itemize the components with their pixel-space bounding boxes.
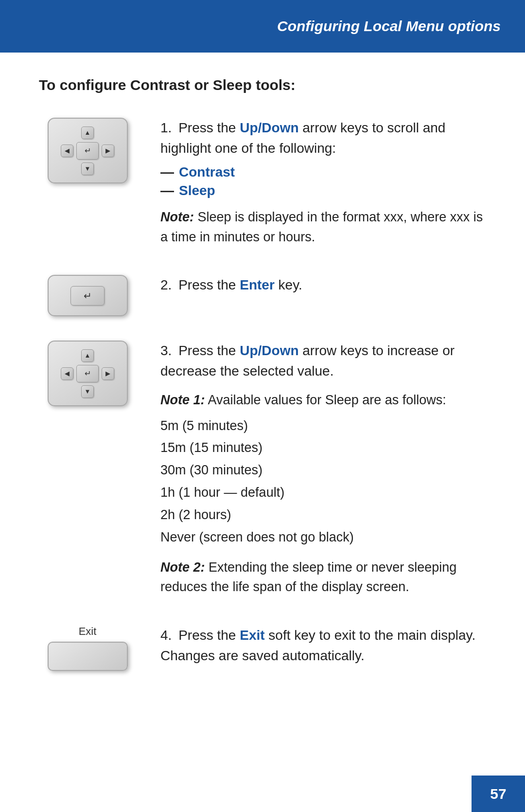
step-4-image: Exit — [39, 625, 136, 671]
step-3-note2: Note 2: Extending the sleep time or neve… — [160, 558, 486, 597]
step-2-highlight: Enter — [240, 277, 275, 292]
step-3-note1: Note 1: Available values for Sleep are a… — [160, 390, 486, 410]
step-1-row: ▲ ◀ ↵ ▶ ▼ 1. Press the Up/Down arrow key… — [39, 118, 486, 251]
section-heading: To configure Contrast or Sleep tools: — [39, 77, 486, 93]
step-4-row: Exit 4. Press the Exit soft key to exit … — [39, 625, 486, 672]
enter-center-btn-3: ↵ — [76, 365, 99, 382]
arrow-down-icon: ▼ — [81, 162, 94, 175]
step-3-note1-text: Available values for Sleep are as follow… — [205, 393, 446, 407]
sleep-value-5: Never (screen does not go black) — [160, 526, 486, 549]
contrast-label: Contrast — [179, 164, 235, 180]
step-1-image: ▲ ◀ ↵ ▶ ▼ — [39, 118, 136, 183]
sleep-value-3: 1h (1 hour — default) — [160, 482, 486, 504]
sleep-value-4: 2h (2 hours) — [160, 504, 486, 526]
step-1-prefix: Press the — [178, 120, 240, 135]
enter-center-btn: ↵ — [76, 142, 99, 160]
step-2-content: 2. Press the Enter key. — [160, 275, 486, 301]
step-4-prefix: Press the — [178, 628, 240, 643]
header-bar: Configuring Local Menu options — [0, 0, 525, 53]
step-3-text: 3. Press the Up/Down arrow keys to incre… — [160, 341, 486, 381]
contrast-list-item: — Contrast — [160, 164, 486, 180]
sleep-list-item: — Sleep — [160, 183, 486, 198]
step-2-suffix: key. — [275, 277, 302, 292]
step-2-row: ↵ 2. Press the Enter key. — [39, 275, 486, 316]
content-area: To configure Contrast or Sleep tools: ▲ … — [0, 53, 525, 721]
step-4-text: 4. Press the Exit soft key to exit to th… — [160, 625, 486, 666]
enter-symbol-3: ↵ — [85, 369, 91, 378]
step-1-text: 1. Press the Up/Down arrow keys to scrol… — [160, 118, 486, 159]
step-3-note2-text: Extending the sleep time or never sleepi… — [160, 560, 456, 595]
step-3-note1-label: Note 1: — [160, 393, 205, 407]
enter-symbol: ↵ — [85, 146, 91, 155]
enter-key-inner: ↵ — [70, 286, 105, 306]
step-4-number: 4. — [160, 628, 172, 643]
nav-keys-image-3: ▲ ◀ ↵ ▶ ▼ — [48, 341, 128, 406]
step-4-highlight: Exit — [240, 628, 264, 643]
footer-bar: 57 — [472, 776, 525, 812]
arrow-left-icon: ◀ — [61, 144, 73, 157]
step-1-number: 1. — [160, 120, 172, 135]
step-2-number: 2. — [160, 277, 172, 292]
arrow-up-icon: ▲ — [81, 126, 94, 139]
arrow-up-icon-3: ▲ — [81, 349, 94, 362]
step-3-row: ▲ ◀ ↵ ▶ ▼ 3. Press the Up/Down arrow key… — [39, 341, 486, 601]
step-2-text: 2. Press the Enter key. — [160, 275, 486, 295]
sleep-value-0: 5m (5 minutes) — [160, 415, 486, 437]
step-3-image: ▲ ◀ ↵ ▶ ▼ — [39, 341, 136, 406]
exit-key-container: Exit — [48, 625, 128, 671]
sleep-label: Sleep — [179, 183, 215, 198]
exit-key-button — [48, 642, 128, 671]
step-1-note-label: Note: — [160, 210, 194, 224]
enter-key-symbol: ↵ — [84, 290, 92, 302]
arrow-right-icon-3: ▶ — [102, 367, 114, 380]
step-1-note-text: Sleep is displayed in the format xxx, wh… — [160, 210, 483, 244]
step-3-note2-label: Note 2: — [160, 560, 205, 575]
arrow-right-icon: ▶ — [102, 144, 114, 157]
sleep-value-1: 15m (15 minutes) — [160, 437, 486, 459]
arrow-down-icon-3: ▼ — [81, 385, 94, 398]
step-3-content: 3. Press the Up/Down arrow keys to incre… — [160, 341, 486, 601]
sleep-value-2: 30m (30 minutes) — [160, 459, 486, 482]
sleep-values-list: 5m (5 minutes) 15m (15 minutes) 30m (30 … — [160, 415, 486, 549]
step-2-prefix: Press the — [178, 277, 240, 292]
exit-key-label: Exit — [79, 625, 97, 638]
page-number: 57 — [490, 786, 506, 802]
step-1-content: 1. Press the Up/Down arrow keys to scrol… — [160, 118, 486, 251]
step-4-content: 4. Press the Exit soft key to exit to th… — [160, 625, 486, 672]
step-2-image: ↵ — [39, 275, 136, 316]
header-title: Configuring Local Menu options — [277, 18, 501, 35]
step-3-number: 3. — [160, 343, 172, 358]
step-3-prefix: Press the — [178, 343, 240, 358]
step-1-note: Note: Sleep is displayed in the format x… — [160, 207, 486, 247]
arrow-left-icon-3: ◀ — [61, 367, 73, 380]
enter-key-image: ↵ — [48, 275, 128, 316]
step-1-highlight: Up/Down — [240, 120, 298, 135]
step-3-highlight: Up/Down — [240, 343, 298, 358]
nav-keys-image-1: ▲ ◀ ↵ ▶ ▼ — [48, 118, 128, 183]
